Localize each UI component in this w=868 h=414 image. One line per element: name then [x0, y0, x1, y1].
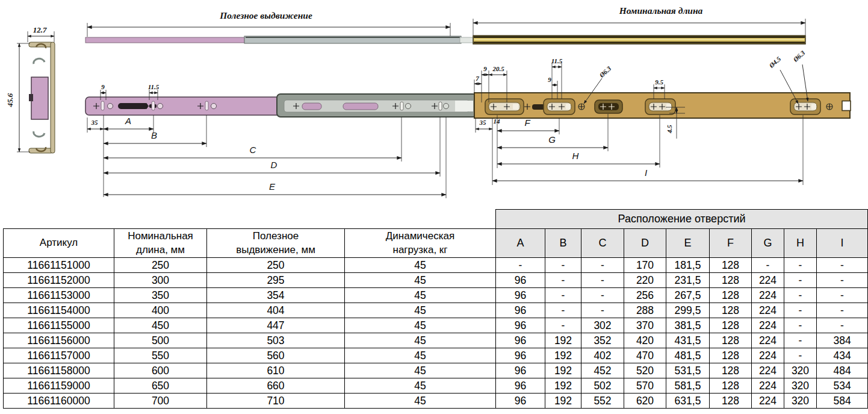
- middle-rail: [277, 94, 477, 117]
- dim-label-20-5: 20.5: [492, 65, 504, 72]
- cell-I: -: [817, 318, 868, 333]
- cell-D: 470: [624, 348, 666, 363]
- col-header-useful-extension: Полезное выдвижение, мм: [207, 229, 345, 258]
- cell-E: 631,5: [666, 394, 710, 409]
- cell-F: 128: [710, 258, 752, 273]
- cell-B: -: [545, 288, 581, 303]
- cell-C: 502: [581, 378, 624, 394]
- dim-label-dia-6-3: Ø6.3: [598, 64, 613, 79]
- cell-E: 431,5: [666, 333, 710, 348]
- cell-B: 192: [545, 348, 581, 363]
- cell-H: -: [784, 318, 817, 333]
- col-header-F: F: [710, 229, 752, 258]
- cell-E: 231,5: [666, 273, 710, 288]
- cell-G: 224: [752, 303, 784, 318]
- dim-label-11-5-left: 11.5: [148, 83, 160, 90]
- cell-E: 381,5: [666, 318, 710, 333]
- inner-rail-bottom-dims: 35 A B C D E: [87, 115, 446, 198]
- cell-D: 170: [624, 258, 666, 273]
- cell-article: 11661158000: [4, 363, 114, 378]
- cell-H: 320: [784, 363, 817, 378]
- cell-F: 128: [710, 378, 752, 394]
- cell-I: -: [817, 303, 868, 318]
- cell-useful-extension: 404: [207, 303, 345, 318]
- cell-H: 320: [784, 378, 817, 394]
- cell-G: 224: [752, 363, 784, 378]
- cell-C: -: [581, 303, 624, 318]
- cell-I: -: [817, 273, 868, 288]
- cell-A: 96: [496, 394, 545, 409]
- cell-article: 11661157000: [4, 348, 114, 363]
- cell-useful-extension: 295: [207, 273, 345, 288]
- cell-article: 11661152000: [4, 273, 114, 288]
- cell-I: 434: [817, 348, 868, 363]
- cell-nominal-length: 400: [114, 303, 207, 318]
- cell-useful-extension: 250: [207, 258, 345, 273]
- cell-D: 520: [624, 363, 666, 378]
- cell-dynamic-load: 45: [345, 303, 496, 318]
- cell-B: 192: [545, 394, 581, 409]
- cell-G: 224: [752, 394, 784, 409]
- cell-nominal-length: 250: [114, 258, 207, 273]
- cell-dynamic-load: 45: [345, 363, 496, 378]
- cell-E: 267,5: [666, 288, 710, 303]
- cell-F: 128: [710, 363, 752, 378]
- cell-nominal-length: 500: [114, 333, 207, 348]
- cell-nominal-length: 600: [114, 363, 207, 378]
- cell-B: -: [545, 258, 581, 273]
- cell-E: 481,5: [666, 348, 710, 363]
- cell-useful-extension: 560: [207, 348, 345, 363]
- nominal-length-label: Номинальная длина: [619, 5, 703, 16]
- cell-F: 128: [710, 333, 752, 348]
- cell-dynamic-load: 45: [345, 258, 496, 273]
- col-header-D: D: [624, 229, 666, 258]
- cell-F: 128: [710, 273, 752, 288]
- cell-F: 128: [710, 303, 752, 318]
- dim-label-D: D: [271, 160, 277, 170]
- dim-label-dia-4-5: Ø4.5: [767, 55, 783, 69]
- cell-A: 96: [496, 333, 545, 348]
- col-header-G: G: [752, 229, 784, 258]
- cell-A: 96: [496, 318, 545, 333]
- cell-article: 11661151000: [4, 258, 114, 273]
- cell-useful-extension: 447: [207, 318, 345, 333]
- cross-section-view: 12.7 45.6: [5, 25, 55, 153]
- dim-label-F: F: [524, 118, 530, 128]
- col-header-B: B: [545, 229, 581, 258]
- dim-label-35-left: 35: [91, 119, 99, 126]
- cell-F: 128: [710, 394, 752, 409]
- dim-label-A: A: [125, 116, 131, 126]
- cell-C: 402: [581, 348, 624, 363]
- table-row: 116611540004004044596--288299,5128224--: [4, 303, 868, 318]
- cell-E: 581,5: [666, 378, 710, 394]
- cell-D: 256: [624, 288, 666, 303]
- table-row: 1166115100025025045---170181,5128---: [4, 258, 868, 273]
- cell-H: 320: [784, 394, 817, 409]
- table-row: 116611570005505604596192402470481,512822…: [4, 348, 868, 363]
- cell-D: 570: [624, 378, 666, 394]
- col-header-dynamic-load: Динамическая нагрузка, кг: [345, 229, 496, 258]
- cell-B: 192: [545, 378, 581, 394]
- col-header-E: E: [666, 229, 710, 258]
- dim-label-7: 7: [476, 75, 479, 82]
- useful-extension-label: Полезное выдвижение: [219, 10, 312, 20]
- outer-rail-bottom-dims: 35 14 F G H I: [476, 114, 803, 185]
- cell-G: 224: [752, 348, 784, 363]
- cell-A: 96: [496, 273, 545, 288]
- cell-C: 552: [581, 394, 624, 409]
- dim-label-9-outer: 9: [483, 65, 487, 72]
- cell-dynamic-load: 45: [345, 394, 496, 409]
- cell-nominal-length: 650: [114, 378, 207, 394]
- cell-G: 224: [752, 333, 784, 348]
- dim-label-C: C: [250, 145, 256, 155]
- cell-D: 220: [624, 273, 666, 288]
- useful-extension-dim: Полезное выдвижение: [87, 10, 450, 37]
- cell-B: -: [545, 318, 581, 333]
- dim-label-9-5: 9.5: [655, 78, 663, 86]
- inner-rail-section: [31, 77, 48, 119]
- table-row: 116611550004504474596-302370381,5128224-…: [4, 318, 868, 333]
- table-header-row: Артикул Номинальная длина, мм Полезное в…: [4, 229, 868, 258]
- cell-H: -: [784, 333, 817, 348]
- table-body: 1166115100025025045---170181,5128---1166…: [4, 258, 868, 409]
- cell-D: 288: [624, 303, 666, 318]
